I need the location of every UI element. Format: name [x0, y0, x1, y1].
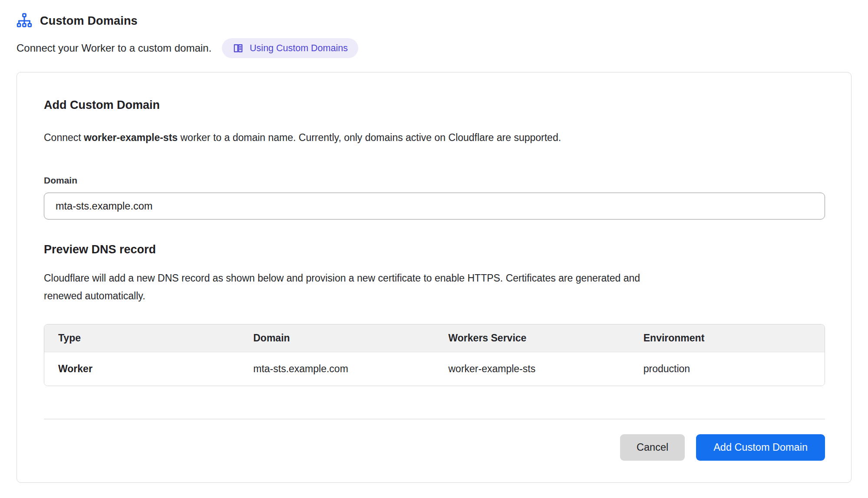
- footer-divider: [44, 419, 825, 419]
- column-header-workers-service: Workers Service: [435, 324, 630, 352]
- dns-preview-table: Type Domain Workers Service Environment …: [44, 324, 825, 386]
- cell-workers-service: worker-example-sts: [435, 352, 630, 386]
- page-subtitle: Connect your Worker to a custom domain.: [17, 42, 211, 54]
- subtitle-row: Connect your Worker to a custom domain. …: [17, 38, 851, 58]
- page-header: Custom Domains: [17, 11, 851, 30]
- intro-text: Connect worker-example-sts worker to a d…: [44, 131, 825, 144]
- open-book-icon: [232, 43, 244, 54]
- table-header-row: Type Domain Workers Service Environment: [44, 324, 825, 352]
- using-custom-domains-link[interactable]: Using Custom Domains: [222, 38, 358, 58]
- cell-domain: mta-sts.example.com: [239, 352, 434, 386]
- intro-prefix: Connect: [44, 132, 84, 143]
- preview-dns-description: Cloudflare will add a new DNS record as …: [44, 269, 673, 305]
- column-header-environment: Environment: [630, 324, 825, 352]
- cell-type: Worker: [44, 352, 239, 386]
- domain-input[interactable]: [44, 193, 825, 220]
- cell-environment: production: [630, 352, 825, 386]
- column-header-type: Type: [44, 324, 239, 352]
- table-row: Worker mta-sts.example.com worker-exampl…: [44, 352, 825, 386]
- add-custom-domain-button[interactable]: Add Custom Domain: [696, 434, 825, 461]
- domain-field-label: Domain: [44, 175, 825, 186]
- add-custom-domain-card: Add Custom Domain Connect worker-example…: [17, 72, 851, 483]
- preview-dns-heading: Preview DNS record: [44, 243, 825, 256]
- worker-name: worker-example-sts: [84, 132, 178, 143]
- docs-badge-label: Using Custom Domains: [250, 43, 348, 54]
- cancel-button[interactable]: Cancel: [620, 434, 685, 461]
- dialog-heading: Add Custom Domain: [44, 98, 825, 112]
- custom-domains-page: Custom Domains Connect your Worker to a …: [0, 0, 868, 483]
- sitemap-icon: [17, 13, 32, 29]
- page-title: Custom Domains: [40, 14, 138, 28]
- dialog-footer: Cancel Add Custom Domain: [44, 434, 825, 461]
- column-header-domain: Domain: [239, 324, 434, 352]
- intro-suffix: worker to a domain name. Currently, only…: [178, 132, 561, 143]
